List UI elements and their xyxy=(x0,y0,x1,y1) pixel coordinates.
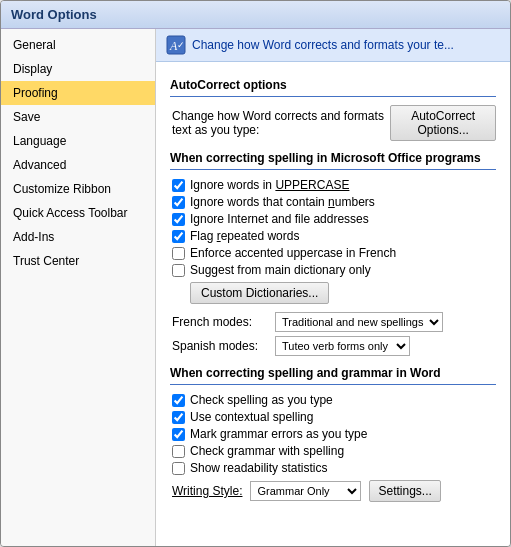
checkbox-ignore-numbers[interactable] xyxy=(172,196,185,209)
checkbox-ignore-uppercase[interactable] xyxy=(172,179,185,192)
sidebar-item-quick-access[interactable]: Quick Access Toolbar xyxy=(1,201,155,225)
autocorrect-section-title: AutoCorrect options xyxy=(170,78,496,92)
checkbox-mark-grammar[interactable] xyxy=(172,428,185,441)
autocorrect-description: Change how Word corrects and formats tex… xyxy=(172,109,385,137)
sidebar: GeneralDisplayProofingSaveLanguageAdvanc… xyxy=(1,29,156,546)
option-flag-repeated: Flag repeated words xyxy=(170,229,496,243)
panel-body: AutoCorrect options Change how Word corr… xyxy=(156,62,510,516)
option-check-grammar: Check grammar with spelling xyxy=(170,444,496,458)
writing-style-row: Writing Style: Grammar Only Grammar & St… xyxy=(170,480,496,502)
content-area: GeneralDisplayProofingSaveLanguageAdvanc… xyxy=(1,29,510,546)
main-panel: A ✓ Change how Word corrects and formats… xyxy=(156,29,510,546)
spanish-modes-select[interactable]: Tuteo verb forms only Voseo verb forms o… xyxy=(275,336,410,356)
checkbox-suggest-main[interactable] xyxy=(172,264,185,277)
spanish-modes-row: Spanish modes: Tuteo verb forms only Vos… xyxy=(170,336,496,356)
option-enforce-accented: Enforce accented uppercase in French xyxy=(170,246,496,260)
checkbox-enforce-accented[interactable] xyxy=(172,247,185,260)
spelling-word-title: When correcting spelling and grammar in … xyxy=(170,366,496,380)
autocorrect-icon: A ✓ xyxy=(166,35,186,55)
sidebar-item-add-ins[interactable]: Add-Ins xyxy=(1,225,155,249)
option-contextual: Use contextual spelling xyxy=(170,410,496,424)
checkbox-readability[interactable] xyxy=(172,462,185,475)
checkbox-contextual[interactable] xyxy=(172,411,185,424)
title-bar: Word Options xyxy=(1,1,510,29)
spanish-modes-label: Spanish modes: xyxy=(172,339,267,353)
sidebar-item-save[interactable]: Save xyxy=(1,105,155,129)
svg-text:✓: ✓ xyxy=(177,40,185,50)
option-ignore-uppercase: Ignore words in UPPERCASE xyxy=(170,178,496,192)
top-bar: A ✓ Change how Word corrects and formats… xyxy=(156,29,510,62)
dialog-title: Word Options xyxy=(11,7,97,22)
french-modes-label: French modes: xyxy=(172,315,267,329)
word-options-dialog: Word Options GeneralDisplayProofingSaveL… xyxy=(0,0,511,547)
writing-style-select[interactable]: Grammar Only Grammar & Style xyxy=(250,481,361,501)
top-bar-text: Change how Word corrects and formats you… xyxy=(192,38,454,52)
option-suggest-main: Suggest from main dictionary only xyxy=(170,263,496,277)
autocorrect-divider xyxy=(170,96,496,97)
sidebar-item-proofing[interactable]: Proofing xyxy=(1,81,155,105)
french-modes-select[interactable]: Traditional and new spellings Traditiona… xyxy=(275,312,443,332)
option-check-spelling: Check spelling as you type xyxy=(170,393,496,407)
option-ignore-internet: Ignore Internet and file addresses xyxy=(170,212,496,226)
autocorrect-desc-row: Change how Word corrects and formats tex… xyxy=(170,105,496,141)
autocorrect-button[interactable]: AutoCorrect Options... xyxy=(390,105,496,141)
spelling-office-title: When correcting spelling in Microsoft Of… xyxy=(170,151,496,165)
option-ignore-numbers: Ignore words that contain numbers xyxy=(170,195,496,209)
checkbox-check-grammar[interactable] xyxy=(172,445,185,458)
sidebar-item-advanced[interactable]: Advanced xyxy=(1,153,155,177)
sidebar-item-trust-center[interactable]: Trust Center xyxy=(1,249,155,273)
spelling-word-divider xyxy=(170,384,496,385)
writing-style-label: Writing Style: xyxy=(172,484,242,498)
option-readability: Show readability statistics xyxy=(170,461,496,475)
sidebar-item-general[interactable]: General xyxy=(1,33,155,57)
checkbox-flag-repeated[interactable] xyxy=(172,230,185,243)
sidebar-item-language[interactable]: Language xyxy=(1,129,155,153)
custom-dictionaries-button[interactable]: Custom Dictionaries... xyxy=(190,282,329,304)
settings-button[interactable]: Settings... xyxy=(369,480,440,502)
checkbox-check-spelling[interactable] xyxy=(172,394,185,407)
checkbox-ignore-internet[interactable] xyxy=(172,213,185,226)
option-mark-grammar: Mark grammar errors as you type xyxy=(170,427,496,441)
sidebar-item-customize-ribbon[interactable]: Customize Ribbon xyxy=(1,177,155,201)
spelling-office-divider xyxy=(170,169,496,170)
french-modes-row: French modes: Traditional and new spelli… xyxy=(170,312,496,332)
sidebar-item-display[interactable]: Display xyxy=(1,57,155,81)
